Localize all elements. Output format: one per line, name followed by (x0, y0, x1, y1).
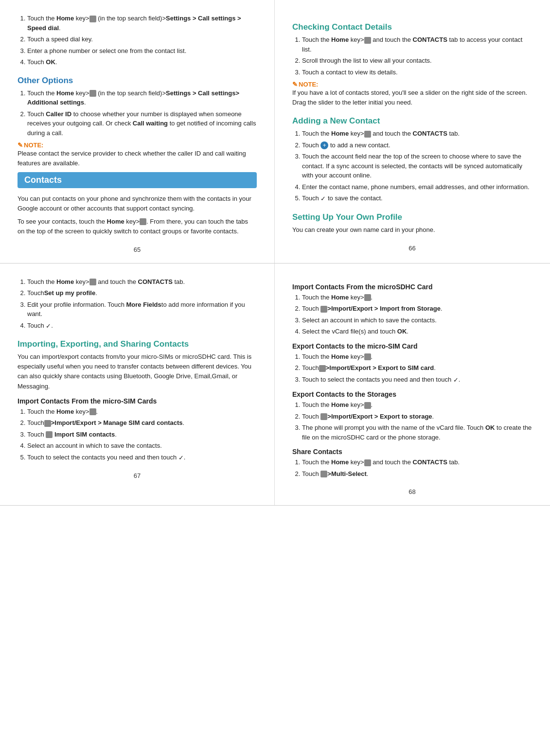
contacts-icon (364, 294, 371, 301)
menu-icon (320, 306, 327, 313)
list-item: Touch Caller ID to choose whether your n… (27, 109, 257, 138)
menu-icon (319, 365, 326, 372)
bold-home: Home (331, 353, 349, 360)
list-item: Edit your profile information. Touch Mor… (27, 300, 257, 319)
page-65: Touch the Home key> (in the top search f… (0, 0, 275, 263)
page-67: Touch the Home key> and touch the CONTAC… (0, 264, 275, 505)
share-contacts-heading: Share Contacts (292, 448, 532, 456)
list-item: Touch to select the contacts you need an… (302, 375, 532, 385)
export-storage-heading: Export Contacts to the Storages (292, 390, 532, 398)
bold-home: Home (331, 294, 349, 301)
list-item: Touch to select the contacts you need an… (27, 453, 257, 462)
import-export-intro: You can import/export contacts from/to y… (18, 352, 257, 391)
spread-2: Touch the Home key> and touch the CONTAC… (0, 264, 550, 506)
page-number-65: 65 (18, 246, 257, 253)
bold-home: Home (331, 401, 349, 408)
other-options-list: Touch the Home key> (in the top search f… (27, 88, 257, 138)
contacts-intro-1: You can put contacts on your phone and s… (18, 194, 257, 213)
page-66: Checking Contact Details Touch the Home … (275, 0, 550, 263)
checking-contact-heading: Checking Contact Details (292, 22, 532, 32)
list-item: Touch ✓ to save the contact. (302, 193, 532, 203)
list-item: Touch the Home key>. (302, 293, 532, 302)
bold-manage-sim: >Import/Export > Manage SIM card contact… (51, 419, 183, 426)
bold-home: Home (331, 36, 349, 43)
page-number-66: 66 (292, 245, 532, 252)
bold-callerid: Caller ID (46, 110, 71, 118)
bold-home: Home (107, 218, 124, 225)
speed-dial-list: Touch the Home key> (in the top search f… (27, 14, 257, 67)
bold-ok: OK (397, 328, 407, 335)
import-sdhc-heading: Import Contacts From the microSDHC Card (292, 283, 532, 291)
adding-contact-list: Touch the Home key> and touch the CONTAC… (302, 129, 532, 203)
setting-profile-intro: You can create your own name card in you… (292, 225, 532, 235)
list-item: Touch OK. (27, 57, 257, 67)
list-item: Touch >Import/Export > Import from Stora… (302, 304, 532, 314)
list-item: Select the vCard file(s) and touch OK. (302, 327, 532, 336)
list-item: Touch the Home key> and touch the CONTAC… (27, 277, 257, 287)
note-box-checking: NOTE: If you have a lot of contacts stor… (292, 81, 532, 107)
list-item: Touch a contact to view its details. (302, 68, 532, 77)
check-icon: ✓ (320, 194, 326, 204)
import-export-heading: Importing, Exporting, and Sharing Contac… (18, 339, 257, 349)
menu-icon (46, 431, 53, 438)
bold-home: Home (56, 408, 74, 415)
list-item: Enter the contact name, phone numbers, e… (302, 182, 532, 192)
list-item: Enter a phone number or select one from … (27, 46, 257, 56)
own-profile-list: Touch the Home key> and touch the CONTAC… (27, 277, 257, 331)
list-item: Touch the account field near the top of … (302, 152, 532, 180)
bold-ok: OK (485, 424, 495, 431)
bold-import-storage: >Import/Export > Import from Storage (327, 305, 441, 312)
bold-home: Home (56, 278, 74, 285)
import-sdhc-list: Touch the Home key>. Touch >Import/Expor… (302, 293, 532, 336)
list-item: Select an account in which to save the c… (27, 441, 257, 451)
bold-contacts-tab: CONTACTS (138, 278, 173, 285)
contacts-icon (364, 37, 371, 44)
contacts-icon (140, 218, 146, 225)
note-label: NOTE: (292, 81, 318, 88)
other-options-heading: Other Options (18, 76, 257, 86)
list-item: TouchSet up my profile. (27, 288, 257, 298)
import-sim-heading: Import Contacts From the micro-SIM Cards (18, 397, 257, 405)
import-sim-list: Touch the Home key>. Touch>Import/Export… (27, 407, 257, 462)
list-item: Touch ✓. (27, 321, 257, 331)
bold-ok: OK (46, 58, 55, 66)
menu-icon (89, 90, 96, 97)
list-item: Touch the Home key> and touch the CONTAC… (302, 129, 532, 139)
bold-import-sim: Import SIM contacts (54, 431, 115, 438)
contacts-banner: Contacts (18, 172, 257, 188)
check-icon: ✓ (178, 453, 184, 463)
setting-profile-heading: Setting Up Your Own Profile (292, 212, 532, 222)
export-storage-list: Touch the Home key>. Touch >Import/Expor… (302, 400, 532, 442)
contacts-icon (364, 459, 371, 466)
note-text: If you have a lot of contacts stored, yo… (292, 88, 532, 107)
list-item: Touch the Home key> (in the top search f… (27, 88, 257, 107)
check-icon: ✓ (46, 321, 51, 331)
menu-icon (44, 420, 51, 427)
contacts-icon (364, 131, 371, 138)
bold-callwaiting: Call waiting (133, 120, 168, 127)
list-item: Touch the Home key> and touch the CONTAC… (302, 35, 532, 54)
bold-export-sim: >Import/Export > Export to SIM card (326, 364, 434, 371)
list-item: Touch the Home key> (in the top search f… (27, 14, 257, 33)
list-item: Touch >Multi-Select. (302, 469, 532, 479)
bold-setup: Set up my profile (44, 289, 95, 297)
bold-contacts-tab: CONTACTS (413, 458, 447, 466)
contacts-intro-2: To see your contacts, touch the Home key… (18, 217, 257, 236)
list-item: Touch + to add a new contact. (302, 141, 532, 150)
list-item: Touch the Home key>. (302, 400, 532, 410)
contacts-icon (89, 279, 96, 285)
list-item: Touch>Import/Export > Export to SIM card… (302, 363, 532, 373)
page-number-67: 67 (18, 472, 257, 479)
list-item: Touch the Home key>. (27, 407, 257, 417)
list-item: The phone will prompt you with the name … (302, 423, 532, 442)
checking-contact-list: Touch the Home key> and touch the CONTAC… (302, 35, 532, 77)
check-icon: ✓ (453, 375, 459, 385)
list-item: Touch the Home key> and touch the CONTAC… (302, 457, 532, 467)
page-68: Import Contacts From the microSDHC Card … (275, 264, 550, 505)
menu-icon (320, 413, 327, 420)
contacts-icon (89, 408, 96, 415)
note-text: Please contact the service provider to c… (18, 149, 257, 168)
list-item: Touch>Import/Export > Manage SIM card co… (27, 418, 257, 428)
bold-home: Home (56, 15, 74, 22)
export-sim-list: Touch the Home key>. Touch>Import/Export… (302, 352, 532, 385)
